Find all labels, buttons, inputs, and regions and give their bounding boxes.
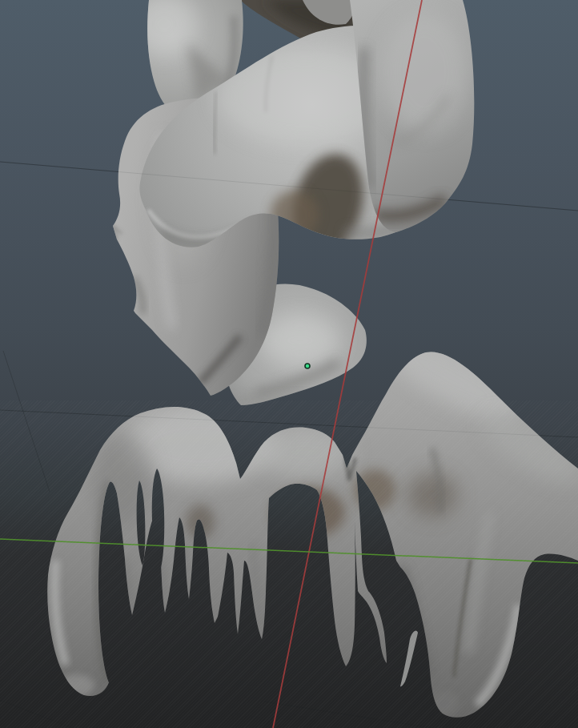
viewport-render xyxy=(0,0,578,728)
cursor-origin-dot xyxy=(305,364,310,368)
viewport-canvas[interactable] xyxy=(0,0,578,728)
